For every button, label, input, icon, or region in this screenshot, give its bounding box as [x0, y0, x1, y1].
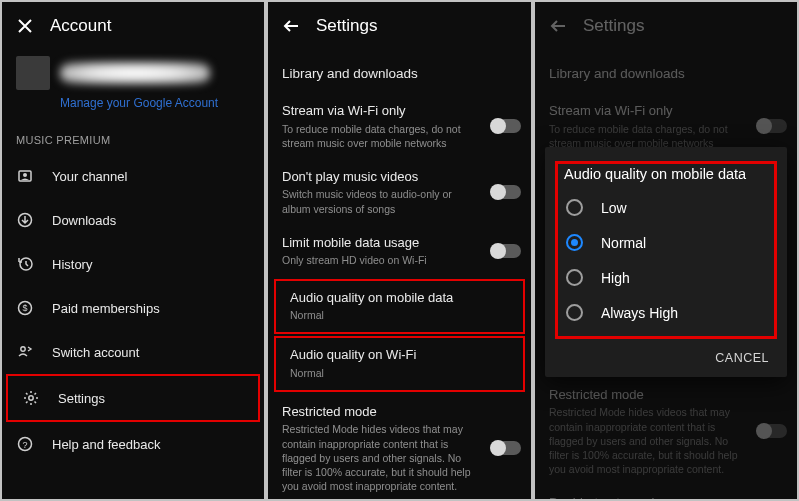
setting-restricted-mode: Restricted mode Restricted Mode hides vi…	[535, 377, 797, 485]
setting-desc: Restricted Mode hides videos that may co…	[282, 422, 483, 493]
radio-option-normal[interactable]: Normal	[558, 225, 774, 260]
section-library-downloads: Library and downloads	[268, 50, 531, 93]
menu-history[interactable]: History	[2, 242, 264, 286]
settings-panel: Settings Library and downloads Stream vi…	[266, 0, 533, 501]
menu-help-feedback[interactable]: ? Help and feedback	[2, 422, 264, 466]
radio-option-low[interactable]: Low	[558, 190, 774, 225]
setting-label: Stream via Wi-Fi only	[282, 102, 483, 120]
swap-icon	[16, 343, 34, 361]
highlight-box-audio-wifi: Audio quality on Wi-Fi Normal	[274, 336, 525, 392]
dollar-icon: $	[16, 299, 34, 317]
settings-header: Settings	[535, 2, 797, 50]
setting-double-tap: Double-tap to seek	[535, 485, 797, 501]
toggle-switch[interactable]	[491, 119, 521, 133]
menu-label: Switch account	[52, 345, 139, 360]
help-icon: ?	[16, 435, 34, 453]
setting-desc: To reduce mobile data charges, do not st…	[549, 122, 749, 150]
setting-label: Audio quality on Wi-Fi	[290, 346, 475, 364]
radio-label: Low	[601, 200, 627, 216]
radio-icon[interactable]	[566, 234, 583, 251]
radio-option-high[interactable]: High	[558, 260, 774, 295]
account-name-redacted	[60, 62, 210, 84]
account-header: Account	[2, 2, 264, 50]
setting-limit-data[interactable]: Limit mobile data usage Only stream HD v…	[268, 225, 531, 277]
svg-text:$: $	[22, 303, 27, 313]
menu-your-channel[interactable]: Your channel	[2, 154, 264, 198]
setting-stream-wifi[interactable]: Stream via Wi-Fi only To reduce mobile d…	[268, 93, 531, 159]
setting-desc: To reduce mobile data charges, do not st…	[282, 122, 483, 150]
user-icon	[16, 167, 34, 185]
setting-desc: Switch music videos to audio-only or alb…	[282, 187, 483, 215]
menu-label: Downloads	[52, 213, 116, 228]
setting-label: Stream via Wi-Fi only	[549, 102, 749, 120]
toggle-switch[interactable]	[491, 185, 521, 199]
settings-header: Settings	[268, 2, 531, 50]
download-icon	[16, 211, 34, 229]
back-icon	[549, 17, 567, 35]
setting-desc: Only stream HD video on Wi-Fi	[282, 253, 483, 267]
setting-label: Audio quality on mobile data	[290, 289, 475, 307]
radio-label: Normal	[601, 235, 646, 251]
manage-account-link[interactable]: Manage your Google Account	[2, 92, 264, 122]
setting-restricted-mode[interactable]: Restricted mode Restricted Mode hides vi…	[268, 394, 531, 501]
highlight-box-dialog: Audio quality on mobile data Low Normal …	[555, 161, 777, 339]
setting-label: Restricted mode	[282, 403, 483, 421]
setting-desc: Normal	[290, 366, 475, 380]
menu-label: Your channel	[52, 169, 127, 184]
settings-title: Settings	[583, 16, 644, 36]
avatar	[16, 56, 50, 90]
cancel-button[interactable]: CANCEL	[555, 341, 777, 371]
radio-icon[interactable]	[566, 269, 583, 286]
toggle-switch[interactable]	[491, 244, 521, 258]
setting-dont-play-videos[interactable]: Don't play music videos Switch music vid…	[268, 159, 531, 225]
account-panel: Account Manage your Google Account MUSIC…	[0, 0, 266, 501]
toggle-switch	[757, 424, 787, 438]
radio-label: Always High	[601, 305, 678, 321]
setting-audio-wifi[interactable]: Audio quality on Wi-Fi Normal	[276, 338, 523, 390]
highlight-box-settings: Settings	[6, 374, 260, 422]
close-icon[interactable]	[16, 17, 34, 35]
svg-point-1	[23, 173, 27, 177]
dialog-title: Audio quality on mobile data	[558, 164, 774, 190]
setting-label: Limit mobile data usage	[282, 234, 483, 252]
setting-label: Double-tap to seek	[549, 494, 749, 501]
menu-label: Paid memberships	[52, 301, 160, 316]
menu-label: History	[52, 257, 92, 272]
toggle-switch	[757, 119, 787, 133]
setting-label: Don't play music videos	[282, 168, 483, 186]
radio-icon[interactable]	[566, 304, 583, 321]
setting-desc: Restricted Mode hides videos that may co…	[549, 405, 749, 476]
section-label: MUSIC PREMIUM	[2, 122, 264, 154]
radio-icon[interactable]	[566, 199, 583, 216]
setting-audio-mobile[interactable]: Audio quality on mobile data Normal	[276, 281, 523, 333]
svg-point-6	[21, 347, 25, 351]
menu-paid-memberships[interactable]: $ Paid memberships	[2, 286, 264, 330]
menu-label: Help and feedback	[52, 437, 160, 452]
menu-label: Settings	[58, 391, 105, 406]
svg-text:?: ?	[22, 440, 27, 450]
audio-quality-dialog: Audio quality on mobile data Low Normal …	[545, 147, 787, 377]
menu-switch-account[interactable]: Switch account	[2, 330, 264, 374]
account-title: Account	[50, 16, 111, 36]
history-icon	[16, 255, 34, 273]
settings-title: Settings	[316, 16, 377, 36]
profile-row[interactable]	[2, 50, 264, 92]
highlight-box-audio-mobile: Audio quality on mobile data Normal	[274, 279, 525, 335]
menu-downloads[interactable]: Downloads	[2, 198, 264, 242]
setting-desc: Normal	[290, 308, 475, 322]
toggle-switch[interactable]	[491, 441, 521, 455]
radio-option-always-high[interactable]: Always High	[558, 295, 774, 330]
setting-label: Restricted mode	[549, 386, 749, 404]
back-icon[interactable]	[282, 17, 300, 35]
section-library-downloads: Library and downloads	[535, 50, 797, 93]
svg-point-7	[29, 396, 33, 400]
gear-icon	[22, 389, 40, 407]
menu-settings[interactable]: Settings	[8, 376, 258, 420]
radio-label: High	[601, 270, 630, 286]
settings-panel-dialog: Settings Library and downloads Stream vi…	[533, 0, 799, 501]
